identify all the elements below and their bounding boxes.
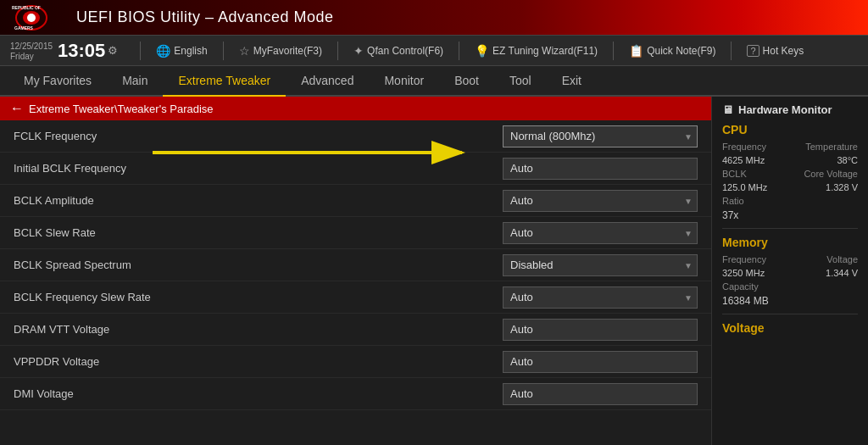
cpu-temp-value: 38°C — [837, 155, 858, 165]
initial-bclk-input[interactable] — [503, 158, 698, 180]
gear-icon[interactable]: ⚙ — [108, 44, 118, 57]
cpu-bclk-val-row: 125.0 MHz 1.328 V — [722, 182, 858, 192]
mem-volt-value: 1.344 V — [826, 268, 858, 278]
cpu-corev-label: Core Voltage — [804, 169, 858, 179]
content-area: ← Extreme Tweaker\Tweaker's Paradise FCL… — [0, 97, 711, 445]
toolbar-qfan[interactable]: ✦ Qfan Control(F6) — [347, 44, 450, 58]
tab-boot[interactable]: Boot — [439, 66, 494, 97]
bulb-icon: 💡 — [475, 44, 489, 58]
setting-row-vppddr: VPPDDR Voltage — [0, 346, 711, 378]
rog-logo: REPUBLIC OF GAMERS — [10, 3, 53, 33]
svg-text:REPUBLIC OF: REPUBLIC OF — [12, 5, 41, 10]
bclk-slew-rate-dropdown[interactable]: Auto — [503, 222, 698, 244]
toolbar-divider-2 — [223, 42, 224, 60]
cpu-bclk-row: BCLK Core Voltage — [722, 169, 858, 179]
bclk-spread-value[interactable]: Disabled ▼ — [503, 254, 698, 276]
fclk-value[interactable]: Normal (800Mhz) ▼ — [503, 125, 698, 147]
mem-freq-label: Frequency — [722, 254, 766, 264]
bclk-freq-slew-dropdown[interactable]: Auto — [503, 286, 698, 309]
cpu-freq-val-row: 4625 MHz 38°C — [722, 155, 858, 165]
bclk-spread-label: BCLK Spread Spectrum — [14, 259, 503, 271]
vppddr-input[interactable] — [503, 351, 698, 373]
svg-point-2 — [27, 14, 36, 22]
mem-freq-val-row: 3250 MHz 1.344 V — [722, 268, 858, 278]
setting-row-bclk-amplitude: BCLK Amplitude Auto ▼ — [0, 185, 711, 217]
day-display: Friday — [10, 52, 53, 61]
logo-area: REPUBLIC OF GAMERS — [10, 3, 59, 33]
toolbar-quicknote[interactable]: 📋 Quick Note(F9) — [622, 44, 722, 58]
bclk-amplitude-dropdown[interactable]: Auto — [503, 190, 698, 212]
help-icon: ? — [747, 45, 759, 57]
tab-main[interactable]: Main — [107, 66, 163, 97]
mem-freq-value: 3250 MHz — [722, 268, 765, 278]
toolbar-divider-5 — [613, 42, 614, 60]
setting-row-bclk-slew-rate: BCLK Slew Rate Auto ▼ — [0, 217, 711, 249]
star-icon: ☆ — [239, 44, 250, 58]
globe-icon: 🌐 — [156, 44, 170, 58]
setting-row-fclk: FCLK Frequency Normal (800Mhz) ▼ — [0, 120, 711, 153]
breadcrumb: ← Extreme Tweaker\Tweaker's Paradise — [0, 97, 711, 120]
mem-volt-label: Voltage — [826, 254, 858, 264]
cpu-freq-row: Frequency Temperature — [722, 142, 858, 152]
monitor-label: Hardware Monitor — [738, 103, 832, 116]
toolbar: 12/25/2015 Friday 13:05 ⚙ 🌐 English ☆ My… — [0, 36, 868, 66]
breadcrumb-path: Extreme Tweaker\Tweaker's Paradise — [29, 103, 214, 115]
dmi-label: DMI Voltage — [14, 387, 503, 400]
bclk-spread-dropdown[interactable]: Disabled — [503, 254, 698, 276]
bclk-slew-rate-value[interactable]: Auto ▼ — [503, 222, 698, 244]
datetime-display: 12/25/2015 Friday 13:05 ⚙ — [10, 40, 118, 62]
tab-exit[interactable]: Exit — [547, 66, 597, 97]
fclk-dropdown[interactable]: Normal (800Mhz) — [503, 125, 698, 147]
settings-list: FCLK Frequency Normal (800Mhz) ▼ Initial… — [0, 120, 711, 410]
header-bar: REPUBLIC OF GAMERS UEFI BIOS Utility – A… — [0, 0, 868, 36]
back-button[interactable]: ← — [10, 101, 24, 116]
svg-text:GAMERS: GAMERS — [14, 25, 34, 31]
memory-section-title: Memory — [722, 236, 858, 249]
main-layout: ← Extreme Tweaker\Tweaker's Paradise FCL… — [0, 97, 868, 445]
tab-advanced[interactable]: Advanced — [286, 66, 369, 97]
cpu-corev-value: 1.328 V — [826, 182, 858, 192]
sidebar-divider-2 — [722, 314, 858, 314]
bclk-freq-slew-value[interactable]: Auto ▼ — [503, 286, 698, 309]
tab-tool[interactable]: Tool — [494, 66, 547, 97]
toolbar-language[interactable]: 🌐 English — [149, 44, 214, 58]
hardware-monitor-header: 🖥 Hardware Monitor — [722, 103, 858, 116]
dmi-value — [503, 383, 698, 405]
cpu-ratio-value: 37x — [722, 209, 858, 221]
bclk-amplitude-value[interactable]: Auto ▼ — [503, 190, 698, 212]
cpu-ratio-row: Ratio — [722, 196, 858, 206]
tab-monitor[interactable]: Monitor — [369, 66, 439, 97]
toolbar-hotkeys[interactable]: ? Hot Keys — [740, 45, 810, 57]
cpu-ratio-label: Ratio — [722, 196, 744, 206]
cpu-freq-label: Frequency — [722, 142, 766, 152]
dram-vtt-label: DRAM VTT Voltage — [14, 323, 503, 336]
cpu-freq-value: 4625 MHz — [722, 155, 765, 165]
nav-tabs: My Favorites Main Extreme Tweaker Advanc… — [0, 66, 868, 97]
tab-my-favorites[interactable]: My Favorites — [8, 66, 107, 97]
dmi-input[interactable] — [503, 383, 698, 405]
vppddr-label: VPPDDR Voltage — [14, 355, 503, 368]
time-display: 13:05 — [58, 40, 105, 62]
fclk-label: FCLK Frequency — [14, 130, 503, 142]
bclk-slew-rate-label: BCLK Slew Rate — [14, 226, 503, 239]
dram-vtt-value — [503, 319, 698, 341]
initial-bclk-value — [503, 158, 698, 180]
monitor-icon: 🖥 — [722, 103, 733, 116]
dram-vtt-input[interactable] — [503, 319, 698, 341]
toolbar-divider-1 — [140, 42, 141, 60]
toolbar-myfavorite[interactable]: ☆ MyFavorite(F3) — [232, 44, 329, 58]
setting-row-bclk-spread: BCLK Spread Spectrum Disabled ▼ — [0, 249, 711, 281]
mem-cap-value: 16384 MB — [722, 295, 858, 307]
toolbar-eztuning[interactable]: 💡 EZ Tuning Wizard(F11) — [468, 44, 604, 58]
sidebar: 🖥 Hardware Monitor CPU Frequency Tempera… — [711, 97, 868, 445]
mem-cap-label: Capacity — [722, 281, 759, 292]
note-icon: 📋 — [629, 44, 643, 58]
mem-cap-row: Capacity — [722, 281, 858, 292]
setting-row-dmi: DMI Voltage — [0, 378, 711, 410]
bclk-amplitude-label: BCLK Amplitude — [14, 194, 503, 207]
cpu-section-title: CPU — [722, 123, 858, 136]
toolbar-divider-6 — [731, 42, 732, 60]
tab-extreme-tweaker[interactable]: Extreme Tweaker — [163, 66, 286, 97]
cpu-bclk-value: 125.0 MHz — [722, 182, 767, 192]
cpu-bclk-label: BCLK — [722, 169, 747, 179]
